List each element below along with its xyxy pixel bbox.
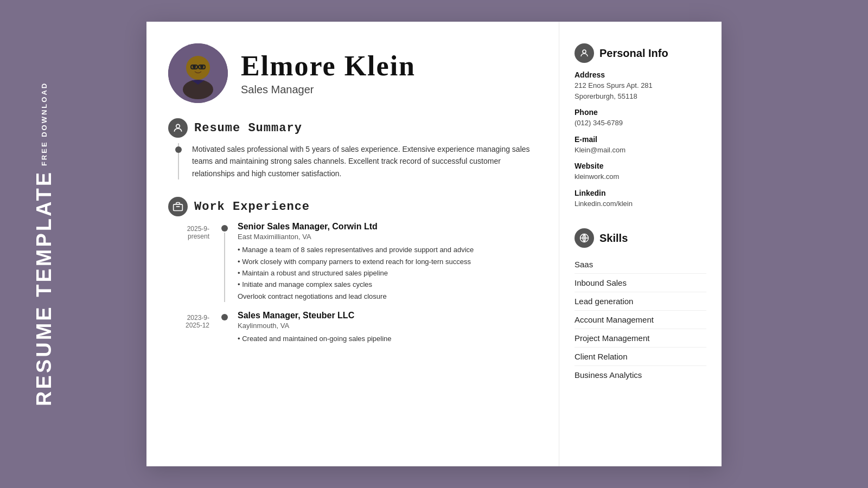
skill-item: Client Relation <box>575 348 706 366</box>
candidate-name: Elmore Klein <box>241 50 416 81</box>
personal-info-title: Personal Info <box>599 47 668 60</box>
work-line <box>224 233 225 302</box>
skill-item: Saas <box>575 255 706 274</box>
info-field: Websitekleinwork.com <box>575 162 706 182</box>
info-field: LinkedinLinkedin.com/klein <box>575 189 706 209</box>
skill-item: Inbound Sales <box>575 274 706 292</box>
skills-section: Skills SaasInbound SalesLead generationA… <box>575 228 706 384</box>
work-entry: 2023-9- 2025-12Sales Manager, Steuber LL… <box>168 311 539 344</box>
work-icon <box>168 197 188 216</box>
work-dot <box>221 314 228 320</box>
skill-item: Account Management <box>575 311 706 329</box>
top-tab-decoration <box>369 0 499 16</box>
resume-main-column: Elmore Klein Sales Manager Resume Summar… <box>146 22 559 466</box>
svg-point-2 <box>186 56 210 80</box>
personal-info-header: Personal Info <box>575 43 706 63</box>
work-section-title: Work Experience <box>194 200 310 214</box>
work-date: 2025-9- present <box>168 222 217 302</box>
svg-point-12 <box>583 50 586 53</box>
skills-section-title: Skills <box>599 232 628 245</box>
skill-item: Business Analytics <box>575 366 706 384</box>
work-content: Sales Manager, Steuber LLCKaylinmouth, V… <box>232 311 539 344</box>
work-timeline-col <box>217 222 232 302</box>
work-date: 2023-9- 2025-12 <box>168 311 217 344</box>
candidate-title: Sales Manager <box>241 84 416 96</box>
summary-timeline: Motivated sales professional with 5 year… <box>178 143 539 179</box>
info-label: Linkedin <box>575 189 706 197</box>
work-dot <box>221 225 228 232</box>
avatar-image <box>168 43 228 103</box>
resume-card: Elmore Klein Sales Manager Resume Summar… <box>146 22 722 466</box>
header-text: Elmore Klein Sales Manager <box>241 50 416 96</box>
work-location: East Maximillianton, VA <box>238 233 539 241</box>
summary-section: Resume Summary Motivated sales professio… <box>168 118 539 187</box>
info-field: Address212 Enos Spurs Apt. 281 Sporerbur… <box>575 70 706 101</box>
info-label: Phone <box>575 108 706 117</box>
resume-header: Elmore Klein Sales Manager <box>168 43 539 103</box>
info-value: (012) 345-6789 <box>575 118 706 129</box>
free-download-label: FREE DOWNLOAD <box>40 82 48 166</box>
svg-point-8 <box>176 124 180 128</box>
skills-list: SaasInbound SalesLead generationAccount … <box>575 255 706 384</box>
resume-template-label: RESUME TEMPLATE <box>33 170 56 406</box>
info-label: Address <box>575 70 706 79</box>
side-label: FREE DOWNLOAD RESUME TEMPLATE <box>33 82 56 406</box>
personal-info-icon <box>575 43 594 63</box>
work-section-header: Work Experience <box>168 197 539 216</box>
personal-info-section: Personal Info Address212 Enos Spurs Apt.… <box>575 43 706 215</box>
info-label: Website <box>575 162 706 170</box>
info-value: kleinwork.com <box>575 171 706 182</box>
summary-timeline-item: Motivated sales professional with 5 year… <box>192 143 539 179</box>
info-value: Klein@mail.com <box>575 145 706 156</box>
summary-section-header: Resume Summary <box>168 118 539 138</box>
personal-info-fields: Address212 Enos Spurs Apt. 281 Sporerbur… <box>575 70 706 209</box>
work-entries: 2025-9- presentSenior Sales Manager, Cor… <box>168 222 539 354</box>
summary-text: Motivated sales professional with 5 year… <box>192 143 539 179</box>
info-field: E-mailKlein@mail.com <box>575 135 706 156</box>
work-location: Kaylinmouth, VA <box>238 322 539 330</box>
summary-icon <box>168 118 188 138</box>
info-value: Linkedin.com/klein <box>575 198 706 209</box>
skill-item: Project Management <box>575 329 706 348</box>
resume-sidebar: Personal Info Address212 Enos Spurs Apt.… <box>559 22 722 466</box>
work-position: Sales Manager, Steuber LLC <box>238 311 539 320</box>
avatar <box>168 43 228 103</box>
work-bullets: • Created and maintained on-going sales … <box>238 333 539 344</box>
info-value: 212 Enos Spurs Apt. 281 Sporerburgh, 551… <box>575 80 706 101</box>
work-experience-section: Work Experience 2025-9- presentSenior Sa… <box>168 197 539 354</box>
skills-icon <box>575 228 594 248</box>
skills-header: Skills <box>575 228 706 248</box>
work-bullets: • Manage a team of 8 sales representativ… <box>238 244 539 302</box>
svg-rect-9 <box>174 204 183 211</box>
skill-item: Lead generation <box>575 292 706 311</box>
work-content: Senior Sales Manager, Corwin LtdEast Max… <box>232 222 539 302</box>
info-label: E-mail <box>575 135 706 144</box>
info-field: Phone(012) 345-6789 <box>575 108 706 129</box>
work-entry: 2025-9- presentSenior Sales Manager, Cor… <box>168 222 539 302</box>
page-background: FREE DOWNLOAD RESUME TEMPLATE <box>0 0 868 488</box>
work-timeline-col <box>217 311 232 344</box>
summary-section-title: Resume Summary <box>194 121 302 135</box>
work-position: Senior Sales Manager, Corwin Ltd <box>238 222 539 232</box>
